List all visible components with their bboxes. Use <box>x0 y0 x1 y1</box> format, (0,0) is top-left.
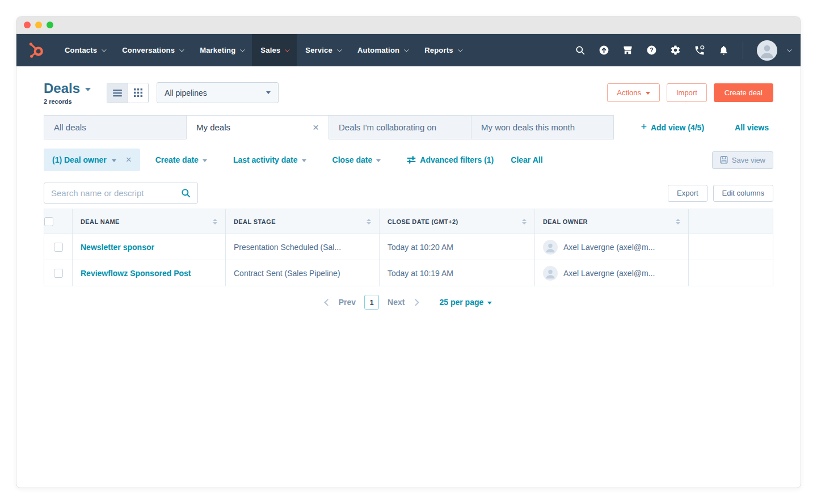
close-icon[interactable]: × <box>308 122 319 133</box>
all-views-link[interactable]: All views <box>735 123 769 132</box>
navbar-divider <box>743 42 743 59</box>
search-icon[interactable] <box>575 45 586 56</box>
views-tab-bar: All deals My deals × Deals I'm collabora… <box>44 115 773 139</box>
calls-icon[interactable] <box>694 45 705 56</box>
help-icon[interactable]: ? <box>646 45 657 56</box>
row-checkbox[interactable] <box>54 269 63 278</box>
export-button[interactable]: Export <box>668 185 707 202</box>
import-button-label: Import <box>676 88 697 97</box>
board-view-button[interactable] <box>128 83 148 103</box>
nav-item-automation[interactable]: Automation <box>349 34 416 66</box>
deal-owner-filter-chip[interactable]: (1) Deal owner × <box>44 149 140 171</box>
nav-item-label: Conversations <box>122 46 175 54</box>
row-checkbox[interactable] <box>54 243 63 252</box>
column-label: CLOSE DATE (GMT+2) <box>388 218 458 225</box>
deal-name-link[interactable]: Reviewflowz Sponsored Post <box>81 269 191 278</box>
import-button[interactable]: Import <box>667 83 707 102</box>
search-input[interactable] <box>44 188 197 198</box>
column-header-close-date[interactable]: CLOSE DATE (GMT+2) <box>380 209 535 234</box>
per-page-label: 25 per page <box>439 298 483 307</box>
save-view-label: Save view <box>732 156 765 164</box>
upgrade-icon[interactable] <box>599 45 609 56</box>
chevron-down-icon[interactable] <box>787 47 791 52</box>
top-navbar: Contacts Conversations Marketing Sales S… <box>16 34 801 66</box>
next-page-button[interactable]: Next <box>388 298 405 307</box>
page-title-selector[interactable]: Deals <box>44 81 91 96</box>
nav-item-conversations[interactable]: Conversations <box>113 34 191 66</box>
sliders-icon <box>407 155 416 164</box>
nav-item-reports[interactable]: Reports <box>416 34 470 66</box>
tab-my-deals[interactable]: My deals × <box>186 115 329 139</box>
settings-icon[interactable] <box>670 45 681 56</box>
sort-icon[interactable] <box>367 219 371 225</box>
toolbar-actions: Export Edit columns <box>668 185 773 202</box>
deal-name-link[interactable]: Newsletter sponsor <box>81 243 154 252</box>
header-actions: Actions Import Create deal <box>607 83 773 102</box>
add-view-link[interactable]: + Add view (4/5) <box>641 121 704 133</box>
create-date-filter[interactable]: Create date <box>155 155 207 164</box>
column-header-deal-stage[interactable]: DEAL STAGE <box>226 209 380 234</box>
deal-owner-filter-label: (1) Deal owner <box>52 155 107 164</box>
chevron-down-icon <box>337 47 342 52</box>
create-deal-button[interactable]: Create deal <box>714 83 773 102</box>
owner-avatar <box>543 266 558 281</box>
nav-item-marketing[interactable]: Marketing <box>191 34 252 66</box>
sort-icon[interactable] <box>676 219 680 225</box>
table-header-row: DEAL NAME DEAL STAGE C <box>44 209 773 234</box>
marketplace-icon[interactable] <box>622 45 633 56</box>
chevron-down-icon <box>285 47 289 52</box>
advanced-filters-link[interactable]: Advanced filters (1) <box>407 155 494 164</box>
caret-down-icon <box>266 91 271 94</box>
title-block: Deals 2 records <box>44 81 91 105</box>
sort-icon[interactable] <box>522 219 527 225</box>
column-header-deal-name[interactable]: DEAL NAME <box>73 209 226 234</box>
list-view-button[interactable] <box>107 83 128 103</box>
row-select-cell <box>44 234 73 260</box>
nav-item-label: Sales <box>260 46 280 54</box>
traffic-light-minimize[interactable] <box>35 22 42 28</box>
prev-page-button[interactable]: Prev <box>339 298 356 307</box>
app-window: Contacts Conversations Marketing Sales S… <box>16 16 801 488</box>
nav-item-sales[interactable]: Sales <box>252 34 297 66</box>
nav-item-service[interactable]: Service <box>297 34 349 66</box>
pipeline-filter-select[interactable]: All pipelines <box>157 82 279 103</box>
nav-item-contacts[interactable]: Contacts <box>56 34 113 66</box>
all-views-label: All views <box>735 123 769 132</box>
traffic-light-close[interactable] <box>24 22 31 28</box>
edit-columns-button[interactable]: Edit columns <box>713 185 773 202</box>
column-header-deal-owner[interactable]: DEAL OWNER <box>535 209 689 234</box>
column-label: DEAL STAGE <box>234 218 276 225</box>
owner-name: Axel Lavergne (axel@m... <box>563 243 655 252</box>
close-icon[interactable]: × <box>126 154 132 166</box>
close-date-filter[interactable]: Close date <box>332 155 381 164</box>
records-count: 2 records <box>44 98 91 105</box>
view-toggle-group <box>107 83 149 103</box>
select-all-checkbox[interactable] <box>44 217 53 226</box>
caret-down-icon <box>85 88 91 91</box>
current-page-button[interactable]: 1 <box>364 295 379 310</box>
page-title: Deals <box>44 81 80 96</box>
traffic-light-zoom[interactable] <box>47 22 53 28</box>
tab-deals-collaborating[interactable]: Deals I'm collaborating on <box>329 115 471 139</box>
search-icon[interactable] <box>180 188 191 201</box>
actions-button[interactable]: Actions <box>607 83 660 102</box>
screenshot-canvas: Contacts Conversations Marketing Sales S… <box>0 0 817 504</box>
edit-columns-button-label: Edit columns <box>722 189 764 197</box>
avatar[interactable] <box>757 40 777 61</box>
save-view-button[interactable]: Save view <box>712 151 773 169</box>
hubspot-logo-icon[interactable] <box>28 42 45 59</box>
tab-all-deals[interactable]: All deals <box>44 115 187 139</box>
chevron-left-icon[interactable] <box>324 299 331 306</box>
clear-all-link[interactable]: Clear All <box>511 155 542 164</box>
column-header-empty <box>689 209 773 234</box>
tab-my-won-deals[interactable]: My won deals this month <box>471 115 614 139</box>
sort-icon[interactable] <box>213 219 217 225</box>
column-label: DEAL NAME <box>81 218 120 225</box>
per-page-select[interactable]: 25 per page <box>439 298 492 307</box>
chevron-right-icon[interactable] <box>412 299 420 306</box>
list-view-icon <box>113 89 122 97</box>
owner-name: Axel Lavergne (axel@m... <box>563 269 655 278</box>
last-activity-date-filter[interactable]: Last activity date <box>233 155 306 164</box>
owner-avatar <box>543 240 558 255</box>
notifications-icon[interactable] <box>718 45 729 56</box>
